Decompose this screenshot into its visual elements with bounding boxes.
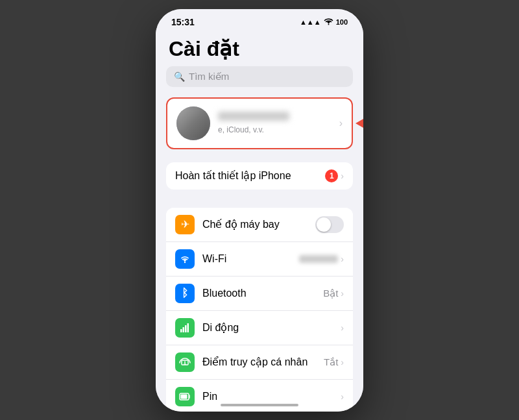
bluetooth-value: Bật xyxy=(323,288,338,299)
profile-chevron: › xyxy=(339,117,343,129)
hotspot-value: Tắt xyxy=(324,356,338,368)
cellular-row[interactable]: Di động › xyxy=(166,311,353,345)
divider-1 xyxy=(156,195,363,208)
profile-info: e, iCloud, v.v. xyxy=(218,112,335,135)
battery-row-icon xyxy=(175,387,195,406)
profile-row[interactable]: e, iCloud, v.v. › xyxy=(166,97,353,149)
home-indicator xyxy=(221,404,298,406)
avatar xyxy=(176,106,210,140)
complete-setup-row[interactable]: Hoàn tất thiết lập iPhone 1 › xyxy=(166,162,353,190)
wifi-row[interactable]: Wi-Fi › xyxy=(166,242,353,277)
wifi-chevron: › xyxy=(341,254,344,264)
complete-setup-badge: 1 xyxy=(325,169,338,182)
svg-point-0 xyxy=(328,23,329,25)
airplane-icon: ✈ xyxy=(175,215,195,234)
status-bar: 15:31 ▲▲▲ 100 xyxy=(156,9,363,30)
profile-subtitle: e, iCloud, v.v. xyxy=(218,125,264,134)
search-icon: 🔍 xyxy=(174,71,185,82)
battery-icon: 100 xyxy=(336,18,348,26)
wifi-row-icon xyxy=(175,249,195,269)
svg-point-7 xyxy=(184,361,186,362)
cellular-label: Di động xyxy=(202,321,341,334)
svg-rect-3 xyxy=(183,327,185,332)
airplane-toggle[interactable] xyxy=(315,216,344,233)
hotspot-icon xyxy=(175,352,195,372)
bluetooth-icon: ᛒ xyxy=(175,284,195,303)
wifi-label: Wi-Fi xyxy=(202,253,299,265)
settings-group-1: ✈ Chế độ máy bay Wi-Fi › xyxy=(166,208,353,412)
bluetooth-chevron: › xyxy=(341,288,344,299)
svg-rect-5 xyxy=(187,323,189,332)
status-icons: ▲▲▲ 100 xyxy=(300,18,348,27)
avatar-blur xyxy=(176,106,210,140)
hotspot-label: Điểm truy cập cá nhân xyxy=(202,356,324,368)
profile-name-blur xyxy=(218,112,289,121)
svg-point-1 xyxy=(184,261,186,262)
airplane-label: Chế độ máy bay xyxy=(202,218,315,230)
search-bar[interactable]: 🔍 Tìm kiếm xyxy=(166,66,353,87)
phone-frame: 15:31 ▲▲▲ 100 Cài đặt 🔍 Tìm kiếm xyxy=(156,9,363,412)
page-title: Cài đặt xyxy=(156,30,363,66)
battery-chevron: › xyxy=(341,391,344,402)
hotspot-chevron: › xyxy=(341,357,344,367)
battery-row[interactable]: Pin › xyxy=(166,380,353,412)
scroll-content[interactable]: Cài đặt 🔍 Tìm kiếm e, iCloud, v.v. › xyxy=(156,30,363,412)
svg-rect-9 xyxy=(181,394,187,399)
arrow-head xyxy=(356,118,363,129)
toggle-thumb xyxy=(317,217,331,232)
bluetooth-label: Bluetooth xyxy=(202,288,323,299)
wifi-value-blur xyxy=(299,255,338,263)
wifi-icon xyxy=(324,18,333,27)
bluetooth-row[interactable]: ᛒ Bluetooth Bật › xyxy=(166,277,353,311)
cellular-chevron: › xyxy=(341,323,344,333)
airplane-row[interactable]: ✈ Chế độ máy bay xyxy=(166,208,353,242)
complete-setup-label: Hoàn tất thiết lập iPhone xyxy=(175,169,325,182)
status-time: 15:31 xyxy=(171,17,195,27)
complete-setup-section: Hoàn tất thiết lập iPhone 1 › xyxy=(166,162,353,190)
svg-rect-2 xyxy=(180,329,182,332)
battery-label: Pin xyxy=(202,391,341,402)
cellular-icon xyxy=(175,318,195,338)
signal-icon: ▲▲▲ xyxy=(300,18,321,26)
svg-rect-4 xyxy=(185,325,187,332)
hotspot-row[interactable]: Điểm truy cập cá nhân Tắt › xyxy=(166,345,353,380)
search-input[interactable]: Tìm kiếm xyxy=(189,71,229,82)
complete-setup-chevron: › xyxy=(341,171,344,181)
